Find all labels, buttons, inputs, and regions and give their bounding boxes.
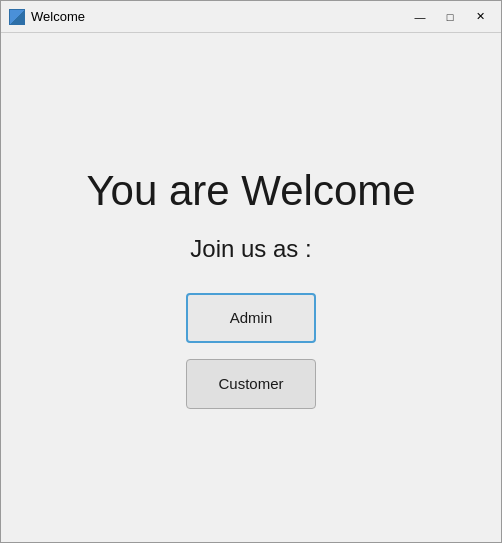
join-subheading: Join us as : [190,235,311,263]
close-button[interactable]: ✕ [467,7,493,27]
customer-button[interactable]: Customer [186,359,316,409]
admin-button[interactable]: Admin [186,293,316,343]
welcome-heading: You are Welcome [86,167,415,215]
maximize-button[interactable]: □ [437,7,463,27]
minimize-button[interactable]: — [407,7,433,27]
main-window: Welcome — □ ✕ You are Welcome Join us as… [0,0,502,543]
window-title: Welcome [31,9,407,24]
title-bar: Welcome — □ ✕ [1,1,501,33]
window-content: You are Welcome Join us as : Admin Custo… [1,33,501,542]
app-icon [9,9,25,25]
role-buttons-container: Admin Customer [186,293,316,409]
window-controls: — □ ✕ [407,7,493,27]
